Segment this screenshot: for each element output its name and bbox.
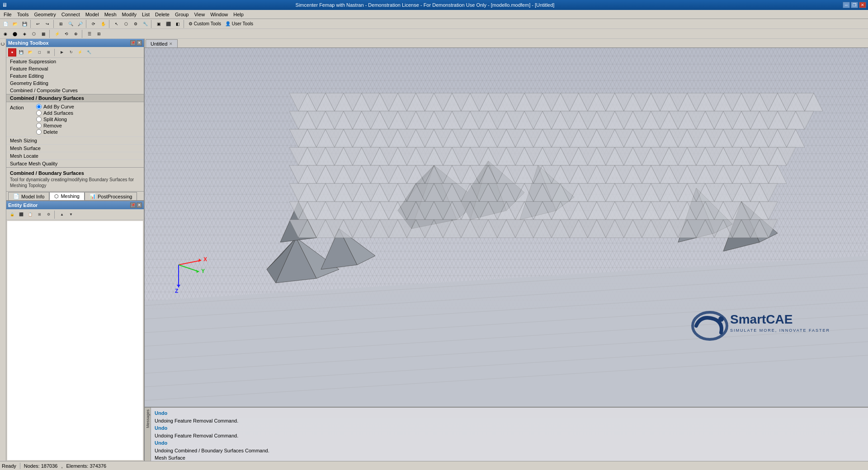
entity-icon3[interactable]: 📋 (26, 211, 34, 219)
menu-file[interactable]: File (1, 11, 14, 18)
tb2-btn1[interactable]: ◉ (1, 30, 10, 38)
mesh-btn[interactable]: ⬡ (122, 20, 131, 28)
tb2-btn5[interactable]: ▦ (39, 30, 48, 38)
tb2-btn10[interactable]: ⊞ (94, 30, 104, 38)
close-button[interactable]: ✕ (859, 2, 866, 8)
save-button[interactable]: 💾 (20, 20, 29, 28)
menu-list[interactable]: List (139, 11, 152, 18)
radio-split-along[interactable]: Split Along (36, 117, 74, 122)
nav-mesh-surface[interactable]: Mesh Surface (6, 144, 144, 152)
nav-geometry-editing[interactable]: Geometry Editing (6, 80, 144, 87)
zoom-out[interactable]: 🔎 (75, 20, 85, 28)
custom-tools-btn[interactable]: ⚙ Custom Tools (187, 20, 223, 28)
svg-text:X: X (203, 256, 207, 263)
pan-btn[interactable]: ✋ (99, 20, 108, 28)
menu-tools[interactable]: Tools (14, 11, 32, 18)
open-button[interactable]: 📂 (10, 20, 19, 28)
menu-help[interactable]: Help (231, 11, 246, 18)
tb2-btn2[interactable]: ⬤ (10, 30, 19, 38)
close-panel-button[interactable]: ✕ (137, 40, 142, 46)
menu-connect[interactable]: Connect (59, 11, 83, 18)
view3[interactable]: ◧ (173, 20, 182, 28)
entity-icon6[interactable]: ▲ (58, 211, 66, 219)
entity-icon5[interactable]: ⚙ (44, 211, 52, 219)
menu-group[interactable]: Group (172, 11, 192, 18)
radio-remove[interactable]: Remove (36, 123, 74, 128)
tb2-btn9[interactable]: ☰ (85, 30, 94, 38)
svg-point-484 (718, 316, 724, 322)
radio-add-surfaces-input[interactable] (36, 110, 42, 116)
tb2-btn7[interactable]: ⟲ (62, 30, 71, 38)
new-button[interactable]: 📄 (1, 20, 10, 28)
tb2-btn3[interactable]: ◈ (20, 30, 29, 38)
tools-btn1[interactable]: ⚙ (131, 20, 140, 28)
redo-button[interactable]: ↪ (43, 20, 52, 28)
menu-model[interactable]: Model (83, 11, 102, 18)
tb2-btn8[interactable]: ⊕ (71, 30, 80, 38)
tab-model-info[interactable]: 📄 Model Info (8, 192, 49, 200)
select-btn[interactable]: ↖ (112, 20, 121, 28)
menu-view[interactable]: View (191, 11, 208, 18)
bottom-tabs: 📄 Model Info ⬡ Meshing 📊 PostProcessing (6, 191, 144, 200)
strip-label: C (0, 41, 5, 47)
panel-controls[interactable]: 📌 ✕ (130, 40, 142, 46)
menu-modify[interactable]: Modify (119, 11, 139, 18)
entity-pin-button[interactable]: 📌 (130, 202, 136, 208)
zoom-in[interactable]: 🔍 (66, 20, 75, 28)
entity-lock-icon[interactable]: 🔒 (8, 211, 16, 219)
entity-icon2[interactable]: ⬛ (17, 211, 25, 219)
nav-combined-curves[interactable]: Combined / Composite Curves (6, 87, 144, 94)
toolbox-icon-6[interactable]: ↻ (67, 48, 75, 56)
toolbox-icon-red[interactable]: ● (8, 48, 16, 56)
radio-remove-input[interactable] (36, 123, 42, 128)
toolbox-icon-7[interactable]: ⚡ (76, 48, 84, 56)
toolbox-icon-8[interactable]: 🔧 (85, 48, 93, 56)
entity-editor-controls[interactable]: 📌 ✕ (130, 202, 142, 208)
view2[interactable]: ⬛ (164, 20, 173, 28)
menu-delete[interactable]: Delete (152, 11, 172, 18)
pin-button[interactable]: 📌 (130, 40, 136, 46)
radio-delete[interactable]: Delete (36, 129, 74, 135)
menu-geometry[interactable]: Geometry (31, 11, 58, 18)
radio-add-surfaces[interactable]: Add Surfaces (36, 110, 74, 116)
view1[interactable]: ▣ (154, 20, 163, 28)
radio-add-by-curve[interactable]: Add By Curve (36, 104, 74, 109)
toolbox-icon-5[interactable]: ▶ (58, 48, 66, 56)
nav-feature-removal[interactable]: Feature Removal (6, 65, 144, 72)
viewport-tab-close[interactable]: ✕ (169, 42, 173, 46)
entity-icon4[interactable]: ⊞ (35, 211, 43, 219)
tb2-btn4[interactable]: ⬡ (29, 30, 38, 38)
tab-postprocessing[interactable]: 📊 PostProcessing (85, 192, 137, 200)
rotate-btn[interactable]: ⟳ (89, 20, 98, 28)
msg-4: Undoing Feature Removal Command. (155, 432, 864, 440)
nav-feature-suppression[interactable]: Feature Suppression (6, 58, 144, 65)
radio-add-by-curve-input[interactable] (36, 104, 42, 109)
nav-feature-editing[interactable]: Feature Editing (6, 72, 144, 80)
tb2-btn6[interactable]: ⚡ (52, 30, 61, 38)
titlebar-controls[interactable]: ─ ❐ ✕ (843, 2, 866, 8)
viewport[interactable]: Untitled ✕ (145, 39, 868, 461)
toolbox-icon-3[interactable]: ◻ (35, 48, 43, 56)
viewport-tab-label: Untitled (151, 41, 167, 47)
entity-icon7[interactable]: ▼ (67, 211, 75, 219)
toolbox-icon-2[interactable]: 📂 (26, 48, 34, 56)
nav-mesh-sizing[interactable]: Mesh Sizing (6, 136, 144, 144)
zoom-fit[interactable]: ⊞ (57, 20, 66, 28)
radio-split-along-input[interactable] (36, 117, 42, 122)
user-tools-btn[interactable]: 👤 User Tools (223, 20, 255, 28)
nav-mesh-locate[interactable]: Mesh Locate (6, 152, 144, 160)
radio-delete-input[interactable] (36, 129, 42, 135)
toolbox-icon-1[interactable]: 💾 (17, 48, 25, 56)
toolbox-icon-4[interactable]: ⊞ (44, 48, 52, 56)
tab-meshing[interactable]: ⬡ Meshing (49, 192, 85, 200)
minimize-button[interactable]: ─ (843, 2, 850, 8)
main-layout: C Meshing Toolbox 📌 ✕ ● 💾 📂 ◻ ⊞ ▶ ↻ (0, 39, 868, 461)
restore-button[interactable]: ❐ (851, 2, 858, 8)
nav-surface-mesh-quality[interactable]: Surface Mesh Quality (6, 160, 144, 167)
tools-btn2[interactable]: 🔧 (141, 20, 150, 28)
menu-window[interactable]: Window (208, 11, 231, 18)
undo-button[interactable]: ↩ (33, 20, 42, 28)
entity-close-button[interactable]: ✕ (137, 202, 142, 208)
viewport-tab-untitled[interactable]: Untitled ✕ (146, 39, 178, 47)
menu-mesh[interactable]: Mesh (102, 11, 119, 18)
